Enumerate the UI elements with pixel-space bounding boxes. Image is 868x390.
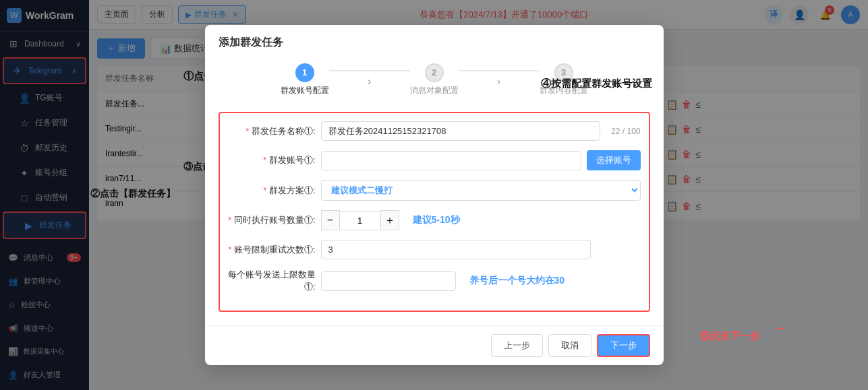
modal-title: 添加群发任务 (205, 25, 664, 50)
modal-steps: 1 群发账号配置 › 2 消息对象配置 › (219, 61, 650, 98)
method-select[interactable]: 建议模式二慢打 (321, 180, 641, 201)
step-2-label: 消息对象配置 (410, 85, 459, 96)
form-row-method: * 群发方案①: 建议模式二慢打 (228, 180, 641, 201)
max-hint: 养号后一个号大约在30 (469, 275, 565, 287)
concurrent-label: * 同时执行账号数量①: (228, 214, 316, 226)
add-task-modal: 添加群发任务 1 群发账号配置 › 2 消息对象配置 (205, 25, 664, 365)
form-row-concurrent: * 同时执行账号数量①: − ＋ 建议5-10秒 (228, 210, 641, 230)
step-2: 2 消息对象配置 (410, 63, 459, 96)
account-input[interactable] (321, 151, 581, 170)
concurrent-decrement-btn[interactable]: − (321, 210, 340, 230)
method-label: * 群发方案①: (228, 185, 316, 197)
next-step-arrow: ← (772, 320, 787, 337)
next-btn[interactable]: 下一步 (597, 334, 650, 357)
concurrent-increment-btn[interactable]: ＋ (380, 210, 399, 230)
annotation-step5: ⑤点击下一步 (699, 330, 760, 343)
form-section: * 群发任务名称①: 22 / 100 * 群发账号①: 选择账号 * 群发方案… (219, 112, 650, 312)
prev-btn[interactable]: 上一步 (491, 334, 543, 357)
account-label: * 群发账号①: (228, 154, 316, 166)
select-account-btn[interactable]: 选择账号 (587, 150, 641, 170)
form-row-account: * 群发账号①: 选择账号 (228, 150, 641, 170)
step-1-circle: 1 (295, 63, 314, 82)
concurrent-hint: 建议5-10秒 (413, 214, 460, 226)
step-3-label: 群发内容配置 (540, 85, 588, 96)
max-label: 每个账号发送上限数量①: (228, 269, 316, 293)
form-row-retry: * 账号限制重试次数①: (228, 240, 641, 259)
retry-label: * 账号限制重试次数①: (228, 244, 316, 256)
cancel-btn[interactable]: 取消 (548, 334, 591, 357)
form-row-task-name: * 群发任务名称①: 22 / 100 (228, 121, 641, 141)
retry-input[interactable] (321, 240, 591, 259)
step-3: 3 群发内容配置 (540, 63, 588, 96)
step-connector-2: › (459, 61, 540, 88)
form-row-max: 每个账号发送上限数量①: 养号后一个号大约在30 (228, 269, 641, 293)
modal-body: 1 群发账号配置 › 2 消息对象配置 › (205, 50, 664, 325)
max-input[interactable] (321, 271, 456, 291)
modal-overlay: 添加群发任务 1 群发账号配置 › 2 消息对象配置 (0, 0, 868, 390)
task-name-label: * 群发任务名称①: (228, 125, 316, 137)
concurrent-counter: − ＋ (321, 210, 399, 230)
modal-footer: 上一步 取消 下一步 (205, 325, 664, 365)
concurrent-input[interactable] (340, 211, 380, 230)
task-name-char-count: 22 / 100 (611, 127, 640, 136)
step-1-label: 群发账号配置 (281, 85, 329, 96)
step-3-circle: 3 (554, 63, 573, 82)
task-name-input[interactable] (321, 121, 601, 141)
step-1: 1 群发账号配置 (281, 63, 329, 96)
step-connector-1: › (329, 61, 410, 88)
step-2-circle: 2 (425, 63, 444, 82)
